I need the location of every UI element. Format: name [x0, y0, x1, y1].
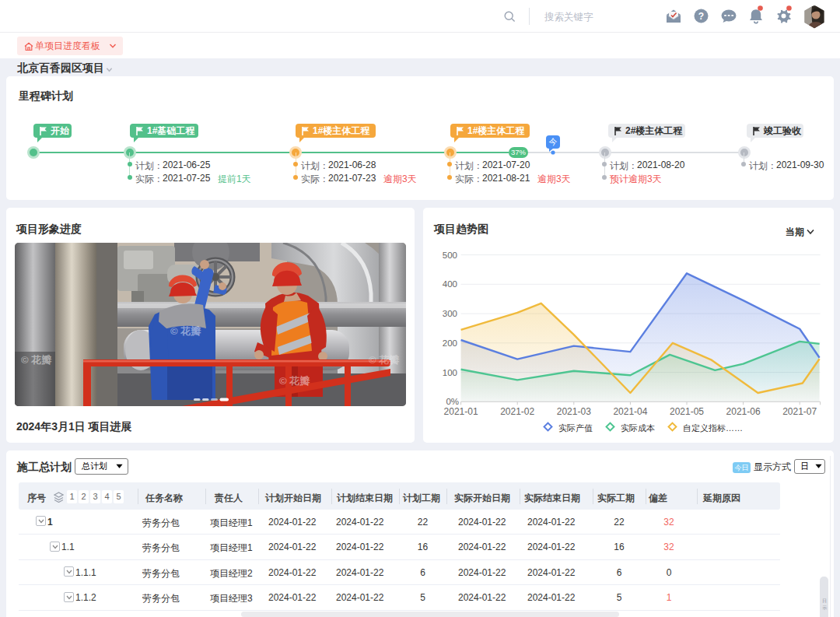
svg-text:2021-04: 2021-04	[613, 406, 647, 417]
svg-text:© 花瓣: © 花瓣	[279, 375, 310, 387]
svg-text:实际产值: 实际产值	[558, 423, 593, 433]
svg-text:2021-02: 2021-02	[500, 406, 534, 417]
svg-text:400: 400	[443, 279, 457, 289]
svg-text:500: 500	[443, 251, 457, 260]
svg-text:2021-07: 2021-07	[782, 406, 817, 417]
svg-text:© 花瓣: © 花瓣	[21, 354, 51, 366]
svg-text:100: 100	[443, 368, 457, 377]
svg-text:自定义指标……: 自定义指标……	[683, 423, 743, 433]
svg-text:200: 200	[443, 338, 457, 348]
svg-text:© 花瓣: © 花瓣	[170, 325, 201, 337]
svg-text:© 花瓣: © 花瓣	[369, 354, 399, 366]
svg-text:2021-03: 2021-03	[557, 406, 591, 417]
svg-text:2021-01: 2021-01	[444, 406, 478, 417]
svg-text:?: ?	[698, 11, 704, 22]
svg-text:300: 300	[443, 309, 457, 318]
svg-text:实际成本: 实际成本	[621, 423, 655, 433]
svg-text:2021-05: 2021-05	[670, 406, 704, 417]
svg-text:2021-06: 2021-06	[726, 406, 761, 417]
svg-text:0%: 0%	[446, 397, 459, 406]
